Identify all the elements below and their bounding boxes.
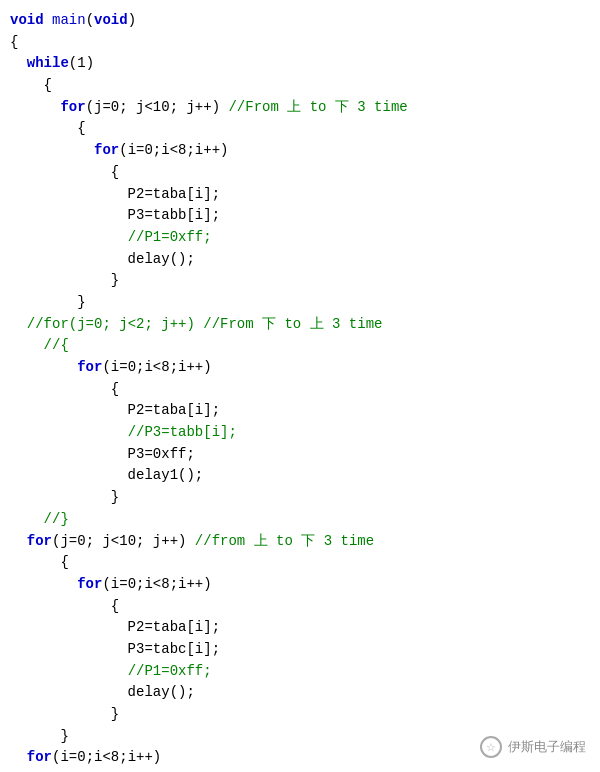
code-line: //} xyxy=(10,509,590,531)
code-line: { xyxy=(10,552,590,574)
code-line: void main(void) xyxy=(10,10,590,32)
code-line: } xyxy=(10,292,590,314)
code-editor: void main(void){ while(1) { for(j=0; j<1… xyxy=(0,0,600,772)
code-line: for(i=0;i<8;i++) xyxy=(10,140,590,162)
watermark-icon: ☆ xyxy=(480,736,502,758)
code-line: //P1=0xff; xyxy=(10,227,590,249)
code-line: } xyxy=(10,487,590,509)
code-line: for(i=0;i<8;i++) xyxy=(10,357,590,379)
code-line: P2=taba[i]; xyxy=(10,400,590,422)
code-line: P3=0xff; xyxy=(10,444,590,466)
code-line: P2=taba[i]; xyxy=(10,617,590,639)
watermark: ☆ 伊斯电子编程 xyxy=(480,736,586,758)
watermark-label: 伊斯电子编程 xyxy=(508,738,586,756)
code-line: { xyxy=(10,379,590,401)
code-line: { xyxy=(10,596,590,618)
code-line: for(i=0;i<8;i++) xyxy=(10,574,590,596)
code-line: P2=taba[i]; xyxy=(10,184,590,206)
code-line: //P3=tabb[i]; xyxy=(10,422,590,444)
code-line: //for(j=0; j<2; j++) //From 下 to 上 3 tim… xyxy=(10,314,590,336)
code-line: //{ xyxy=(10,335,590,357)
code-line: delay(); xyxy=(10,682,590,704)
code-line: delay1(); xyxy=(10,465,590,487)
code-line: delay(); xyxy=(10,249,590,271)
code-line: for(j=0; j<10; j++) //From 上 to 下 3 time xyxy=(10,97,590,119)
code-line: { xyxy=(10,32,590,54)
code-line: while(1) xyxy=(10,53,590,75)
code-line: P3=tabb[i]; xyxy=(10,205,590,227)
code-line: } xyxy=(10,270,590,292)
code-line: { xyxy=(10,118,590,140)
code-line: { xyxy=(10,162,590,184)
code-line: { xyxy=(10,75,590,97)
code-line: } xyxy=(10,704,590,726)
code-line: P3=tabc[i]; xyxy=(10,639,590,661)
code-line: //P1=0xff; xyxy=(10,661,590,683)
code-line: for(j=0; j<10; j++) //from 上 to 下 3 time xyxy=(10,531,590,553)
